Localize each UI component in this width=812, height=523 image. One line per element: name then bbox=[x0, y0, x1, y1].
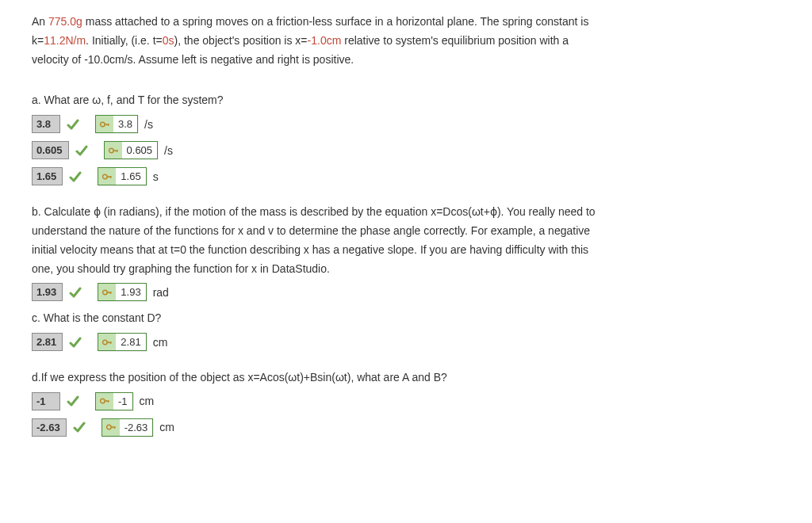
student-answer-input[interactable]: 3.8 bbox=[32, 115, 60, 133]
student-answer-input[interactable]: -2.63 bbox=[32, 418, 67, 437]
text: ), the object's position is x= bbox=[174, 34, 308, 47]
question-d: d.If we express the position of the obje… bbox=[32, 368, 780, 387]
svg-point-4 bbox=[109, 148, 113, 153]
text: b. Calculate bbox=[32, 205, 94, 218]
svg-rect-23 bbox=[106, 401, 107, 403]
svg-rect-11 bbox=[109, 176, 109, 178]
correct-answer-value: -1 bbox=[113, 393, 132, 410]
svg-point-0 bbox=[101, 122, 105, 127]
student-answer-input[interactable]: 2.81 bbox=[32, 333, 63, 351]
answer-key-box: 2.81 bbox=[98, 333, 146, 351]
unit-label: cm bbox=[158, 421, 174, 433]
answer-row: 1.651.65s bbox=[32, 167, 780, 185]
answer-key-box: -2.63 bbox=[102, 418, 154, 437]
correct-check-icon bbox=[71, 420, 87, 434]
text: (in radians), if the motion of the mass … bbox=[101, 205, 490, 218]
question-a: a. What are ω, f, and T for the system? bbox=[32, 91, 780, 110]
correct-check-icon bbox=[65, 117, 81, 132]
key-icon bbox=[98, 284, 116, 300]
correct-answer-value: 3.8 bbox=[113, 116, 137, 132]
unit-label: cm bbox=[151, 336, 168, 349]
svg-point-12 bbox=[103, 290, 108, 295]
text: one, you should try graphing the functio… bbox=[32, 262, 330, 275]
key-icon bbox=[96, 116, 113, 132]
answer-key-box: 1.65 bbox=[98, 167, 146, 185]
answer-key-box: 3.8 bbox=[95, 115, 138, 133]
answer-key-box: 0.605 bbox=[104, 141, 159, 159]
phi-symbol: ϕ bbox=[490, 205, 497, 218]
svg-rect-3 bbox=[106, 124, 107, 125]
text: relative to system's equilibrium positio… bbox=[341, 34, 569, 47]
correct-answer-value: 0.605 bbox=[122, 142, 158, 158]
svg-point-24 bbox=[106, 426, 111, 430]
key-icon bbox=[96, 393, 113, 410]
correct-check-icon bbox=[65, 394, 81, 408]
svg-rect-15 bbox=[109, 292, 109, 293]
student-answer-input[interactable]: 1.65 bbox=[32, 167, 63, 185]
svg-rect-10 bbox=[110, 176, 111, 178]
correct-check-icon bbox=[67, 335, 83, 349]
t0-value: 0s bbox=[163, 34, 174, 47]
text: initial velocity means that at t=0 the f… bbox=[32, 243, 588, 256]
key-icon bbox=[102, 419, 120, 436]
svg-rect-7 bbox=[114, 150, 115, 151]
correct-answer-value: -2.63 bbox=[120, 419, 153, 436]
svg-rect-22 bbox=[108, 401, 109, 403]
unit-label: s bbox=[151, 170, 159, 183]
unit-label: rad bbox=[151, 286, 169, 299]
correct-answer-value: 2.81 bbox=[116, 334, 145, 350]
text: velocity of -10.0cm/s. Assume left is ne… bbox=[32, 53, 354, 66]
unit-label: /s bbox=[143, 118, 153, 131]
problem-page: An 775.0g mass attached to a spring move… bbox=[0, 0, 812, 523]
unit-label: /s bbox=[163, 144, 173, 157]
student-answer-input[interactable]: 1.93 bbox=[32, 283, 63, 301]
unit-label: cm bbox=[138, 395, 155, 407]
answer-row: -1-1cm bbox=[32, 392, 780, 410]
answer-row: -2.63-2.63cm bbox=[32, 418, 780, 437]
text: . Initially, (i.e. t= bbox=[86, 34, 163, 47]
key-icon bbox=[98, 334, 116, 350]
text: understand the nature of the functions f… bbox=[32, 224, 590, 237]
key-icon bbox=[105, 142, 122, 158]
text: k= bbox=[32, 34, 44, 47]
svg-rect-14 bbox=[110, 292, 111, 294]
text: ). You really need to bbox=[497, 205, 596, 218]
svg-point-20 bbox=[101, 399, 105, 404]
correct-answer-value: 1.65 bbox=[116, 168, 145, 185]
svg-point-16 bbox=[103, 340, 108, 345]
student-answer-input[interactable]: -1 bbox=[32, 392, 60, 410]
answer-key-box: 1.93 bbox=[98, 283, 146, 301]
svg-rect-6 bbox=[116, 150, 117, 152]
question-c: c. What is the constant D? bbox=[32, 309, 780, 328]
correct-check-icon bbox=[67, 285, 83, 300]
key-icon bbox=[98, 168, 116, 185]
svg-rect-2 bbox=[108, 124, 109, 126]
svg-point-8 bbox=[103, 174, 108, 179]
text: mass attached to a spring moves on a fri… bbox=[82, 15, 589, 28]
svg-rect-18 bbox=[110, 342, 111, 344]
correct-check-icon bbox=[67, 170, 83, 184]
answer-row: 2.812.81cm bbox=[32, 333, 780, 351]
answer-row: 0.6050.605/s bbox=[32, 141, 780, 159]
question-b: b. Calculate ϕ (in radians), if the moti… bbox=[32, 203, 780, 278]
correct-answer-value: 1.93 bbox=[116, 284, 145, 300]
mass-value: 775.0g bbox=[48, 15, 82, 28]
student-answer-input[interactable]: 0.605 bbox=[32, 141, 69, 159]
answer-row: 3.83.8/s bbox=[32, 115, 780, 133]
svg-rect-26 bbox=[114, 427, 115, 429]
x0-value: -1.0cm bbox=[308, 34, 342, 47]
answer-key-box: -1 bbox=[95, 392, 133, 410]
problem-statement: An 775.0g mass attached to a spring move… bbox=[32, 13, 780, 69]
svg-rect-19 bbox=[109, 342, 109, 343]
correct-check-icon bbox=[74, 143, 90, 158]
spring-constant-value: 11.2N/m bbox=[44, 34, 86, 47]
svg-rect-27 bbox=[113, 427, 113, 429]
phi-symbol: ϕ bbox=[94, 205, 101, 218]
answer-row: 1.931.93rad bbox=[32, 283, 780, 301]
text: An bbox=[32, 15, 48, 28]
